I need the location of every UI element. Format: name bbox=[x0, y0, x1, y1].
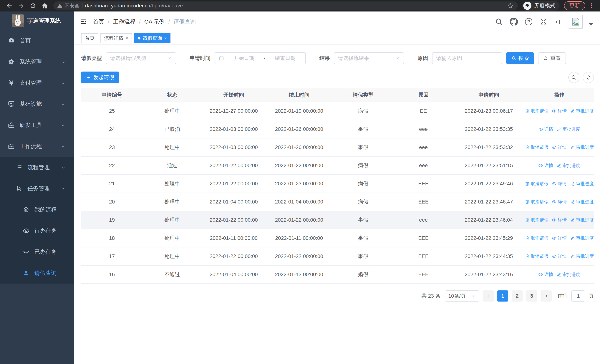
breadcrumb-item-0[interactable]: 首页 bbox=[93, 18, 104, 26]
cell-apply_time: 2022-01-22 23:53:32 bbox=[453, 138, 525, 156]
trash-icon bbox=[525, 145, 530, 150]
detail-link[interactable]: 详情 bbox=[552, 253, 567, 259]
approval-progress-link[interactable]: 审批进度 bbox=[570, 181, 594, 187]
detail-link[interactable]: 详情 bbox=[552, 181, 567, 187]
browser-home-button[interactable] bbox=[40, 0, 50, 11]
leave-type-select[interactable]: 请选择请假类型 bbox=[106, 52, 176, 64]
header-search-button[interactable] bbox=[495, 18, 503, 26]
create-leave-button[interactable]: 发起请假 bbox=[81, 72, 119, 84]
detail-link[interactable]: 详情 bbox=[552, 217, 567, 223]
goto-page-input[interactable] bbox=[571, 290, 585, 301]
cancel-leave-link[interactable]: 取消请假 bbox=[525, 235, 548, 241]
tab-label: 流程详情 bbox=[104, 35, 123, 42]
calendar-icon bbox=[219, 56, 224, 61]
cell-status: 已取消 bbox=[143, 120, 202, 138]
sidebar-item-9[interactable]: 待办任务 bbox=[0, 220, 74, 241]
approval-progress-link[interactable]: 审批进度 bbox=[570, 199, 594, 205]
approval-progress-link[interactable]: 审批进度 bbox=[570, 235, 594, 241]
browser-forward-button[interactable] bbox=[16, 0, 26, 11]
help-doc-button[interactable]: ? bbox=[525, 18, 533, 26]
sidebar-item-3[interactable]: 基础设施 bbox=[0, 93, 74, 114]
result-select[interactable]: 请选择流结果 bbox=[334, 52, 404, 64]
page-button-2[interactable]: 2 bbox=[512, 290, 523, 301]
cancel-leave-link[interactable]: 取消请假 bbox=[525, 144, 548, 150]
tab-0[interactable]: 首页 bbox=[81, 33, 98, 43]
sidebar-item-2[interactable]: 支付管理 bbox=[0, 72, 74, 93]
reset-button[interactable]: 重置 bbox=[538, 52, 566, 64]
bookmark-star-icon[interactable] bbox=[506, 2, 514, 9]
sidebar-collapse-button[interactable] bbox=[74, 18, 93, 25]
address-bar[interactable]: 不安全 dashboard.yudao.iocoder.cn/bpm/oa/le… bbox=[53, 1, 518, 10]
next-page-button[interactable] bbox=[541, 290, 552, 301]
column-header-3: 结束时间 bbox=[266, 88, 332, 102]
detail-link[interactable]: 详情 bbox=[538, 271, 553, 278]
sidebar-item-7[interactable]: 任务管理 bbox=[0, 178, 74, 199]
page-button-3[interactable]: 3 bbox=[526, 290, 537, 301]
table-row-25: 25处理中2021-12-27 00:00:002022-01-19 00:00… bbox=[81, 102, 594, 120]
browser-reload-button[interactable] bbox=[28, 0, 38, 11]
page-size-select[interactable]: 10条/页 bbox=[445, 290, 479, 301]
cell-id: 22 bbox=[81, 156, 143, 175]
github-link-button[interactable] bbox=[510, 18, 518, 26]
fullscreen-button[interactable] bbox=[539, 18, 548, 26]
detail-link[interactable]: 详情 bbox=[552, 144, 567, 150]
cell-apply_time: 2022-01-22 23:44:35 bbox=[453, 247, 525, 265]
page-button-1[interactable]: 1 bbox=[497, 290, 508, 301]
cell-reason: EE bbox=[394, 102, 453, 120]
breadcrumb-item-1[interactable]: 工作流程 bbox=[113, 18, 135, 26]
github-icon bbox=[510, 18, 518, 26]
approval-progress-link[interactable]: 审批进度 bbox=[570, 144, 594, 150]
trash-icon bbox=[525, 109, 530, 113]
refresh-table-button[interactable] bbox=[583, 72, 594, 83]
cancel-leave-link[interactable]: 取消请假 bbox=[525, 199, 548, 205]
chevron-down-icon bbox=[61, 102, 66, 107]
browser-menu-button[interactable] bbox=[589, 2, 595, 9]
approval-progress-link[interactable]: 审批进度 bbox=[570, 217, 594, 223]
total-count: 共 23 条 bbox=[421, 292, 441, 299]
reason-input[interactable] bbox=[436, 55, 498, 61]
sidebar-item-4[interactable]: 研发工具 bbox=[0, 114, 74, 136]
sidebar-item-8[interactable]: 我的流程 bbox=[0, 199, 74, 220]
font-size-button[interactable]: тT bbox=[554, 18, 562, 26]
sidebar-item-6[interactable]: 流程管理 bbox=[0, 157, 74, 178]
detail-link[interactable]: 详情 bbox=[552, 199, 567, 205]
apply-time-range-picker[interactable]: 开始日期 - 结束日期 bbox=[215, 52, 306, 64]
approval-progress-link[interactable]: 审批进度 bbox=[556, 163, 580, 168]
user-avatar[interactable] bbox=[569, 15, 582, 28]
tab-1[interactable]: 流程详情× bbox=[100, 33, 132, 43]
tab-close-icon[interactable]: × bbox=[126, 36, 128, 41]
approval-progress-link[interactable]: 审批进度 bbox=[570, 108, 594, 114]
approval-progress-link[interactable]: 审批进度 bbox=[556, 271, 580, 278]
security-indicator[interactable]: 不安全 bbox=[57, 2, 79, 9]
sidebar-item-10[interactable]: 已办任务 bbox=[0, 241, 74, 262]
tab-close-icon[interactable]: × bbox=[164, 36, 167, 41]
search-button[interactable]: 搜索 bbox=[506, 52, 534, 64]
reason-label: 原因 bbox=[418, 55, 428, 62]
browser-update-button[interactable]: 更新 bbox=[564, 1, 585, 10]
detail-link[interactable]: 详情 bbox=[552, 108, 567, 114]
cancel-leave-link[interactable]: 取消请假 bbox=[525, 217, 548, 223]
cancel-leave-link[interactable]: 取消请假 bbox=[525, 181, 548, 187]
cancel-leave-link[interactable]: 取消请假 bbox=[525, 253, 548, 259]
avatar-dropdown-caret[interactable] bbox=[589, 23, 593, 26]
toggle-search-button[interactable] bbox=[568, 72, 580, 83]
browser-back-button[interactable] bbox=[4, 0, 14, 11]
tab-2[interactable]: 请假查询× bbox=[134, 33, 170, 43]
app-logo-row[interactable]: 芋道管理系统 bbox=[0, 11, 74, 30]
cancel-leave-link[interactable]: 取消请假 bbox=[525, 108, 548, 114]
pen-icon bbox=[570, 109, 575, 113]
sidebar-item-11[interactable]: 请假查询 bbox=[0, 262, 74, 284]
cell-actions: 取消请假详情审批进度 bbox=[525, 175, 594, 193]
prev-page-button[interactable] bbox=[483, 290, 494, 301]
breadcrumb-item-2[interactable]: OA 示例 bbox=[144, 18, 165, 26]
sidebar-item-label: 请假查询 bbox=[35, 269, 74, 277]
detail-link[interactable]: 详情 bbox=[538, 126, 553, 132]
approval-progress-link[interactable]: 审批进度 bbox=[570, 253, 594, 259]
detail-link[interactable]: 详情 bbox=[538, 163, 553, 168]
sidebar-item-1[interactable]: 系统管理 bbox=[0, 51, 74, 72]
broken-image-icon bbox=[571, 17, 581, 27]
sidebar-item-0[interactable]: 首页 bbox=[0, 30, 74, 51]
detail-link[interactable]: 详情 bbox=[552, 235, 567, 241]
sidebar-item-5[interactable]: 工作流程 bbox=[0, 136, 74, 157]
approval-progress-link[interactable]: 审批进度 bbox=[556, 126, 580, 132]
